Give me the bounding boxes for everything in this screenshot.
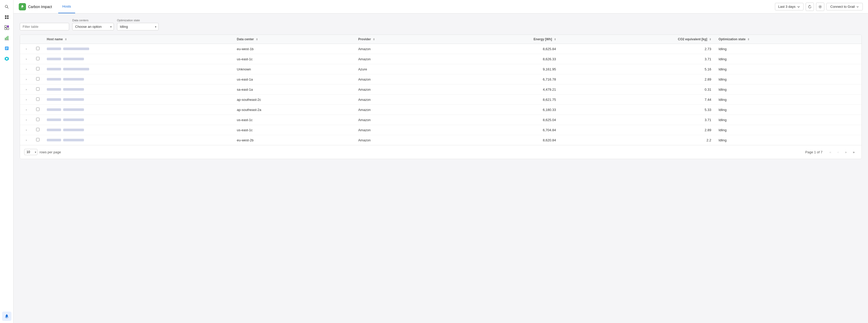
host-name-bar-2	[63, 78, 84, 80]
prev-page-button[interactable]: ‹	[834, 149, 842, 156]
host-name-cell	[43, 125, 233, 135]
row-expand-button[interactable]: ›	[24, 117, 29, 122]
hosts-table-container: Host name ⇕ Data center ⇕ Provider ⇕ E	[20, 35, 862, 159]
provider-cell: Amazon	[354, 85, 446, 95]
data-center-cell: ap-southeast-2a	[233, 105, 354, 115]
next-page-button[interactable]: ›	[842, 149, 849, 156]
row-expand-button[interactable]: ›	[24, 56, 29, 62]
co2-cell: 3.71	[560, 54, 715, 64]
row-checkbox[interactable]	[36, 138, 39, 141]
integration-icon[interactable]	[2, 54, 11, 63]
data-center-col-header[interactable]: Data center ⇕	[233, 35, 354, 44]
table-row: › eu-west-1b Amazon 8,625.84 2.73 Idling	[20, 44, 862, 54]
row-expand-button[interactable]: ›	[24, 97, 29, 102]
opt-state-cell: Idling	[715, 74, 862, 85]
row-expand-button[interactable]: ›	[24, 67, 29, 72]
opt-state-cell: Idling	[715, 135, 862, 145]
host-name-sort-icon: ⇕	[65, 38, 67, 41]
co2-cell: 7.44	[560, 95, 715, 105]
energy-cell: 8,625.04	[446, 115, 559, 125]
row-expand-button[interactable]: ›	[24, 77, 29, 82]
table-row: › sa-east-1a Amazon 4,479.21 0.31 Idling	[20, 85, 862, 95]
energy-cell: 4,479.21	[446, 85, 559, 95]
content-area: Data centers Choose an option Optimizati…	[13, 13, 868, 323]
row-checkbox[interactable]	[36, 87, 39, 91]
last-page-button[interactable]: »	[850, 149, 857, 156]
carbon-impact-icon[interactable]	[2, 312, 11, 321]
settings-button[interactable]	[816, 3, 824, 11]
provider-col-header[interactable]: Provider ⇕	[354, 35, 446, 44]
host-name-bar-1	[47, 108, 61, 111]
host-name-bar-2	[63, 139, 84, 141]
checkbox-cell	[32, 64, 43, 74]
host-name-content	[47, 58, 229, 60]
checkbox-cell	[32, 54, 43, 64]
host-name-cell	[43, 135, 233, 145]
host-name-col-header[interactable]: Host name ⇕	[43, 35, 233, 44]
rows-per-page-select[interactable]: 102550100	[24, 149, 37, 155]
energy-col-header[interactable]: Energy [Wh] ⇕	[446, 35, 559, 44]
connect-to-grail-button[interactable]: Connect to Grail	[827, 3, 863, 10]
optimization-state-select[interactable]: Idling	[117, 23, 159, 30]
checkbox-cell	[32, 85, 43, 95]
logo-icon	[19, 3, 26, 10]
apps-icon[interactable]	[2, 12, 11, 22]
table-row: › us-east-1c Amazon 8,625.04 3.71 Idling	[20, 115, 862, 125]
checkbox-col-header	[32, 35, 43, 44]
opt-state-cell: Idling	[715, 44, 862, 54]
co2-cell: 2.89	[560, 74, 715, 85]
row-expand-button[interactable]: ›	[24, 107, 29, 112]
filter-table-input[interactable]	[20, 23, 69, 30]
table-row: › ap-southeast-2a Amazon 6,180.33 5.33 I…	[20, 105, 862, 115]
row-checkbox[interactable]	[36, 118, 39, 121]
table-row: › Unknown Azure 9,161.95 5.16 Idling	[20, 64, 862, 74]
opt-state-cell: Idling	[715, 95, 862, 105]
host-name-content	[47, 78, 229, 80]
rows-per-page-wrapper: 102550100	[24, 149, 37, 155]
host-name-cell	[43, 54, 233, 64]
row-checkbox[interactable]	[36, 107, 39, 111]
first-page-button[interactable]: «	[827, 149, 834, 156]
row-checkbox[interactable]	[36, 57, 39, 60]
row-expand-button[interactable]: ›	[24, 46, 29, 52]
co2-col-header[interactable]: CO2 equivalent [kg] ⇕	[560, 35, 715, 44]
provider-cell: Amazon	[354, 74, 446, 85]
svg-rect-6	[5, 26, 6, 27]
time-range-button[interactable]: Last 3 days	[775, 3, 804, 10]
search-icon[interactable]	[2, 2, 11, 11]
row-expand-button[interactable]: ›	[24, 137, 29, 143]
row-expand-button[interactable]: ›	[24, 87, 29, 92]
expand-cell: ›	[20, 125, 32, 135]
row-checkbox[interactable]	[36, 77, 39, 80]
data-center-cell: us-east-1c	[233, 115, 354, 125]
host-name-bar-1	[47, 78, 61, 80]
data-center-sort-icon: ⇕	[256, 38, 258, 41]
optimization-state-group: Optimization state Idling	[117, 19, 159, 30]
data-centers-select-wrapper: Choose an option	[72, 23, 114, 30]
refresh-button[interactable]	[806, 3, 814, 11]
co2-sort-icon: ⇕	[709, 38, 711, 41]
tab-hosts[interactable]: Hosts	[58, 0, 75, 13]
opt-state-cell: Idling	[715, 54, 862, 64]
energy-cell: 8,625.84	[446, 44, 559, 54]
row-checkbox[interactable]	[36, 97, 39, 101]
energy-sort-icon: ⇕	[554, 38, 556, 41]
row-checkbox[interactable]	[36, 128, 39, 131]
catalog-icon[interactable]	[2, 44, 11, 53]
svg-line-1	[7, 7, 8, 8]
row-expand-button[interactable]: ›	[24, 127, 29, 132]
data-center-cell: us-east-1c	[233, 54, 354, 64]
svg-rect-2	[5, 15, 6, 17]
provider-cell: Amazon	[354, 54, 446, 64]
table-row: › us-east-1c Amazon 6,704.84 2.89 Idling	[20, 125, 862, 135]
row-checkbox[interactable]	[36, 67, 39, 70]
chart-icon[interactable]	[2, 33, 11, 43]
host-name-content	[47, 129, 229, 131]
host-name-cell	[43, 74, 233, 85]
row-checkbox[interactable]	[36, 47, 39, 50]
dashboard-icon[interactable]	[2, 23, 11, 32]
opt-state-col-header[interactable]: Optimization state ⇕	[715, 35, 862, 44]
data-centers-select[interactable]: Choose an option	[72, 23, 114, 30]
host-name-bar-1	[47, 129, 61, 131]
main-area: Carbon Impact Hosts Last 3 days	[13, 0, 868, 323]
